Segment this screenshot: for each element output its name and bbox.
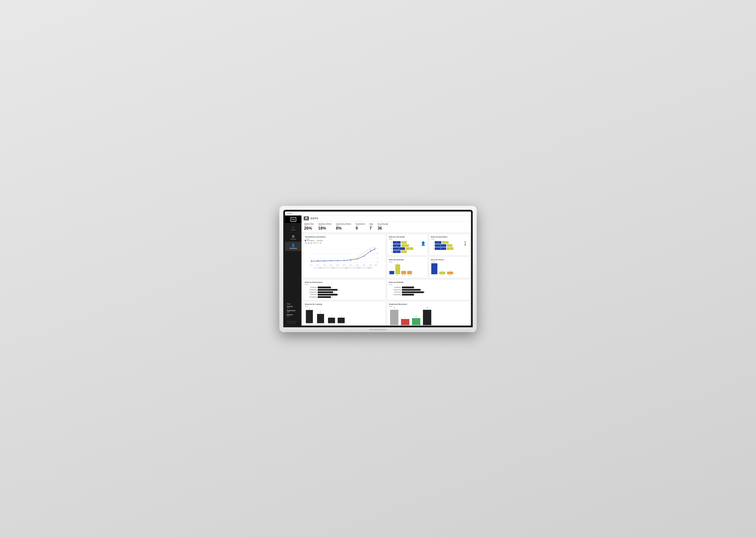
chart-title: Headcount Movement (389, 303, 468, 305)
filter-country[interactable]: Country (All) (287, 306, 300, 309)
powered-by: Powered by SAP Analytics Cloud (285, 319, 301, 326)
svg-point-13 (331, 260, 332, 261)
btn-1y[interactable]: 1Y (317, 242, 319, 244)
filter-section: Filter Country (All) Department (All) Di… (285, 302, 301, 319)
chart-legend: Terminations Entries (305, 240, 384, 242)
svg-text:-10: -10 (376, 261, 378, 263)
exits-by-job-grade: Exits by Job Grade 2020 D 1 (387, 234, 428, 255)
metric-label: Voluntary Attrition (318, 223, 332, 225)
chart-title: Exits by Tenure (431, 259, 468, 261)
svg-point-14 (337, 260, 338, 261)
home-icon: ⌂ (292, 225, 294, 229)
chart-year: 2020 (389, 238, 426, 240)
filter-link[interactable]: 1 Filter (305, 238, 384, 240)
filter-division[interactable]: Division (All) (287, 314, 300, 317)
chart-year: 2020 (431, 238, 468, 240)
svg-text:2020: 2020 (369, 264, 372, 266)
bar-x: X 2 1 (431, 247, 462, 250)
filter-country-name: Country (287, 306, 300, 307)
metric-value: 8% (336, 226, 351, 231)
exits-by-seniority: Exits by Seniority 2020 1 1-5 (387, 257, 428, 278)
filter-dept-name: Department (287, 310, 300, 311)
chart-title: Exits by Performance (305, 281, 384, 283)
svg-point-19 (370, 251, 371, 252)
bar-row: Satisfactory 2 (305, 289, 384, 291)
svg-text:2021: 2021 (375, 264, 377, 266)
svg-text:2020: 2020 (368, 267, 370, 269)
exits-by-performance: Exits by Performance 2020 Insufficient 1 (303, 279, 386, 300)
svg-point-16 (351, 260, 351, 260)
btn-1m[interactable]: 1M (305, 242, 307, 244)
svg-text:2011: 2011 (310, 264, 313, 266)
filter-div-name: Division (287, 314, 300, 315)
filter-title: Filter (287, 303, 300, 305)
bar-z: Z 1 1 (431, 241, 462, 244)
chart-title: Exits by Job Grade (389, 236, 426, 238)
reasons-for-leaving: Reasons for Leaving 2020 3 +3 Salary (303, 301, 386, 326)
svg-text:2012: 2012 (317, 264, 319, 266)
chart-year: 2020 (389, 306, 468, 307)
svg-point-1 (306, 217, 307, 218)
btn-all[interactable]: All (320, 242, 321, 244)
btn-6m[interactable]: 6M (310, 242, 312, 244)
bar-y: Y 2 0 (431, 244, 462, 247)
exits-icon (304, 216, 309, 220)
chart-time-controls: 1M 3M 6M YTD 1Y All (305, 242, 384, 244)
svg-text:11: 11 (374, 247, 376, 248)
main-content: EXITS Attrition Rate 2020 26% Voluntary … (301, 216, 471, 326)
svg-text:20: 20 (377, 247, 378, 249)
exits-by-potential: Exits by Potential 2020 Insufficient 1 (387, 279, 470, 300)
metrics-row: Attrition Rate 2020 26% Voluntary Attrit… (301, 221, 471, 233)
filter-country-value: (All) (287, 307, 300, 309)
metric-label: Terminations (355, 223, 365, 225)
svg-text:2016: 2016 (345, 267, 348, 269)
svg-text:2012: 2012 (319, 267, 321, 269)
svg-point-15 (344, 260, 345, 261)
svg-point-10 (311, 261, 312, 261)
right-charts: Exits by Job Grade 2020 D 1 (387, 234, 470, 278)
sidebar-nav: ⌂ Home ▦ Calendar 👤 Employees (285, 223, 301, 302)
logo-box: bdg (291, 217, 296, 222)
bar-row: Insufficient 1 (305, 287, 384, 288)
sidebar: bdg ⌂ Home ▦ Calendar (285, 216, 301, 326)
top-bar-label: EXITS (287, 212, 292, 214)
logo: bdg (285, 216, 301, 223)
metric-voluntary: Voluntary Attrition 2020 18% (318, 223, 332, 231)
svg-text:2018: 2018 (357, 267, 360, 269)
potential-bars: Insufficient 1 Progressing (389, 287, 468, 296)
svg-point-20 (374, 248, 375, 249)
bar-row: Outstanding 1 (389, 294, 468, 296)
legend-entries: Entries (317, 240, 323, 242)
svg-text:2017: 2017 (350, 264, 352, 266)
metric-terminations: Terminations 2020 9 (355, 223, 365, 231)
svg-point-17 (357, 258, 358, 259)
chart-title: Exits by Seniority (389, 259, 426, 261)
metric-value: 7 (369, 226, 373, 231)
chart-year: 2020 (305, 284, 384, 285)
metric-unvoluntary: Unvoluntary Attrition 2020 8% (336, 223, 351, 231)
headcount-movement: Headcount Movement 2020 +35 HC EOP 2019 (387, 301, 470, 326)
chart-year: 2020 (389, 284, 468, 285)
sidebar-item-label: Calendar (290, 238, 296, 240)
metric-label: Exits (369, 223, 373, 225)
chart-title: Terminations and Entries (305, 236, 384, 238)
sidebar-item-home[interactable]: ⌂ Home (285, 223, 301, 233)
svg-text:9: 9 (370, 249, 371, 250)
svg-text:2015: 2015 (336, 264, 339, 266)
page-header: EXITS (301, 216, 471, 221)
btn-ytd[interactable]: YTD (313, 242, 316, 244)
bar-b: B 2 1 (389, 247, 420, 250)
metric-exits: Exits 2020 7 (369, 223, 373, 231)
filter-department[interactable]: Department (All) (287, 310, 300, 313)
page-title: EXITS (311, 217, 318, 220)
bar-row: Progressing 2 (389, 289, 468, 291)
svg-text:2: 2 (311, 259, 311, 260)
sidebar-item-calendar[interactable]: ▦ Calendar (285, 233, 301, 242)
metric-attrition-rate: Attrition Rate 2020 26% (304, 223, 314, 231)
btn-3m[interactable]: 3M (308, 242, 310, 244)
exits-by-generation: Exits by Generation 2020 Z 1 1 (429, 234, 470, 255)
sidebar-item-employees[interactable]: 👤 Employees (285, 242, 301, 251)
calendar-icon: ▦ (292, 234, 295, 238)
svg-text:2013: 2013 (323, 264, 326, 266)
metric-label: Ø Leaving Age (378, 223, 388, 225)
